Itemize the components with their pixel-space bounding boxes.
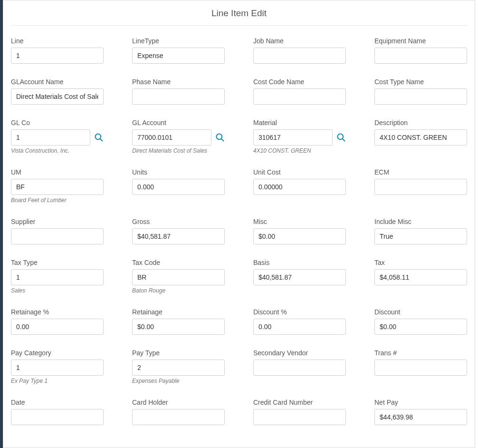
field-cost-code-name: Cost Code Name	[253, 78, 346, 105]
field-card-holder: Card Holder	[132, 399, 225, 425]
label-discount-pct: Discount %	[253, 308, 346, 316]
input-phase-name[interactable]	[132, 88, 225, 105]
helper-um: Board Feet of Lumber	[11, 197, 104, 204]
label-misc: Misc	[253, 218, 346, 225]
label-pay-category: Pay Category	[11, 349, 104, 357]
helper-material: 4X10 CONST. GREEN	[253, 147, 346, 154]
field-tax-code: Tax Code Baton Rouge	[132, 259, 225, 294]
input-pay-category[interactable]	[11, 360, 104, 376]
input-units[interactable]	[132, 179, 225, 195]
input-misc[interactable]	[253, 228, 346, 244]
field-net-pay: Net Pay	[374, 399, 467, 425]
input-line-type[interactable]	[132, 48, 225, 64]
label-description: Description	[374, 119, 467, 127]
input-unit-cost[interactable]	[253, 179, 346, 195]
search-icon	[336, 133, 346, 142]
input-gl-account[interactable]	[132, 129, 211, 146]
input-card-holder[interactable]	[132, 409, 225, 425]
field-misc: Misc	[253, 218, 346, 244]
input-basis[interactable]	[253, 269, 346, 285]
input-material[interactable]	[253, 129, 333, 146]
label-supplier: Supplier	[11, 218, 104, 225]
label-gl-account: GL Account	[132, 119, 225, 127]
label-units: Units	[132, 168, 225, 176]
input-ecm[interactable]	[374, 179, 467, 195]
label-phase-name: Phase Name	[132, 78, 225, 86]
input-supplier[interactable]	[11, 228, 104, 244]
input-cost-code-name[interactable]	[253, 88, 346, 105]
input-include-misc[interactable]	[374, 228, 467, 244]
input-description[interactable]	[374, 129, 467, 146]
field-retainage: Retainage	[132, 308, 225, 335]
input-gl-co[interactable]	[11, 129, 90, 146]
field-basis: Basis	[253, 259, 346, 294]
label-cost-type-name: Cost Type Name	[374, 78, 467, 86]
field-secondary-vendor: Secondary Vendor	[253, 349, 346, 384]
input-net-pay[interactable]	[374, 409, 467, 425]
input-retainage[interactable]	[132, 319, 225, 335]
field-supplier: Supplier	[11, 218, 104, 244]
field-pay-category: Pay Category Ex Pay Type 1	[11, 349, 104, 384]
input-gross[interactable]	[132, 228, 225, 244]
label-job-name: Job Name	[253, 37, 346, 45]
lookup-material-button[interactable]	[336, 133, 346, 142]
input-gl-account-name[interactable]	[11, 88, 104, 105]
input-retainage-pct[interactable]	[11, 319, 104, 335]
input-cost-type-name[interactable]	[374, 88, 467, 105]
input-pay-type[interactable]	[132, 360, 225, 376]
field-gl-account: GL Account Direct Materials Cost of Sale…	[132, 119, 225, 154]
label-tax: Tax	[374, 259, 467, 266]
label-equipment-name: Equipment Name	[374, 37, 467, 45]
label-trans-no: Trans #	[374, 349, 467, 357]
label-net-pay: Net Pay	[374, 399, 467, 406]
input-tax[interactable]	[374, 269, 467, 285]
search-icon	[215, 133, 225, 142]
label-gl-account-name: GLAccount Name	[11, 78, 104, 86]
field-phase-name: Phase Name	[132, 78, 225, 105]
input-um[interactable]	[11, 179, 104, 195]
input-secondary-vendor[interactable]	[253, 360, 346, 376]
field-trans-no: Trans #	[374, 349, 467, 384]
input-tax-code[interactable]	[132, 269, 225, 285]
field-cost-type-name: Cost Type Name	[374, 78, 467, 105]
label-unit-cost: Unit Cost	[253, 168, 346, 176]
form-grid: Line LineType Job Name Equipment Name GL…	[11, 37, 467, 425]
input-credit-card-number[interactable]	[253, 409, 346, 425]
field-material: Material 4X10 CONST. GREEN	[253, 119, 346, 154]
label-line-type: LineType	[132, 37, 225, 45]
field-ecm: ECM	[374, 168, 467, 204]
field-description: Description	[374, 119, 467, 154]
field-line: Line	[11, 37, 104, 64]
label-retainage-pct: Retainage %	[11, 308, 104, 316]
field-equipment-name: Equipment Name	[374, 37, 467, 64]
label-basis: Basis	[253, 259, 346, 266]
helper-gl-co: Vista Construction, Inc.	[11, 147, 104, 154]
label-pay-type: Pay Type	[132, 349, 225, 357]
lookup-gl-co-button[interactable]	[94, 133, 104, 142]
input-line[interactable]	[11, 48, 104, 64]
input-job-name[interactable]	[253, 48, 346, 64]
input-date[interactable]	[11, 409, 104, 425]
svg-line-5	[343, 139, 345, 141]
field-line-type: LineType	[132, 37, 225, 64]
label-material: Material	[253, 119, 346, 127]
input-equipment-name[interactable]	[374, 48, 467, 64]
search-icon	[94, 133, 104, 142]
modal-title: Line Item Edit	[11, 8, 467, 19]
field-tax: Tax	[374, 259, 467, 294]
label-include-misc: Include Misc	[374, 218, 467, 225]
field-pay-type: Pay Type Expenses Payable	[132, 349, 225, 384]
svg-line-3	[221, 139, 224, 141]
label-date: Date	[11, 399, 104, 406]
input-discount-pct[interactable]	[253, 319, 346, 335]
label-credit-card-number: Credit Card Number	[253, 399, 346, 406]
helper-pay-type: Expenses Payable	[132, 378, 225, 384]
field-gl-co: GL Co Vista Construction, Inc.	[11, 119, 104, 154]
helper-pay-category: Ex Pay Type 1	[11, 378, 104, 384]
field-units: Units	[132, 168, 225, 204]
input-tax-type[interactable]	[11, 269, 104, 285]
lookup-gl-account-button[interactable]	[215, 133, 225, 142]
helper-gl-account: Direct Materials Cost of Sales	[132, 147, 225, 154]
input-trans-no[interactable]	[374, 360, 467, 376]
input-discount[interactable]	[374, 319, 467, 335]
